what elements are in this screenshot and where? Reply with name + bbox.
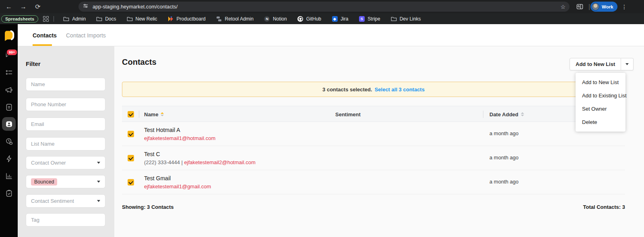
forward-icon[interactable]: → — [19, 0, 28, 13]
table-row[interactable]: Test C (222) 333-4444 | ejfaketestemail2… — [122, 146, 625, 170]
tab-contact-imports[interactable]: Contact Imports — [66, 24, 106, 46]
automations-icon[interactable] — [5, 155, 13, 163]
contacts-icon-active[interactable] — [2, 117, 16, 131]
filter-name-input[interactable] — [26, 78, 105, 91]
date-added: a month ago — [489, 155, 518, 161]
bookmark-notion[interactable]: N Notion — [259, 13, 292, 24]
contact-detail: ejfaketestemail1@gmail.com — [144, 183, 211, 190]
scheduled-icon[interactable] — [5, 137, 13, 146]
app-sidebar: 99+ — [0, 24, 18, 237]
active-tab-underline — [33, 44, 52, 46]
column-name[interactable]: Name — [144, 106, 164, 122]
bookmark-retool-admin[interactable]: Retool Admin — [211, 13, 259, 24]
contact-name[interactable]: Test Gmail — [144, 175, 171, 181]
select-all-link[interactable]: Select all 3 contacts — [375, 87, 425, 93]
profile-button[interactable]: Work — [590, 2, 617, 12]
filter-phone-input[interactable] — [26, 98, 105, 111]
filter-sentiment-select[interactable]: Contact Sentiment — [26, 194, 105, 208]
templates-icon[interactable] — [5, 103, 13, 111]
browser-toolbar: ← → ⟳ app-staging.heymarket.com/contacts… — [0, 0, 644, 13]
unread-badge: 99+ — [6, 49, 18, 56]
bookmark-new-relic[interactable]: New Relic — [122, 13, 163, 24]
retool-icon — [216, 16, 222, 22]
filter-status-select[interactable]: Bounced — [26, 175, 105, 188]
avatar — [592, 3, 599, 10]
filter-owner-select[interactable]: Contact Owner — [26, 156, 105, 169]
contact-detail: (222) 333-4444 | ejfaketestemail2@hotmai… — [144, 159, 256, 165]
showing-count: Showing: 3 Contacts — [122, 204, 174, 210]
bookmark-github[interactable]: GitHub — [292, 13, 326, 24]
bookmark-stripe[interactable]: S Stripe — [353, 13, 385, 24]
campaigns-icon[interactable] — [5, 86, 13, 94]
productboard-icon — [168, 16, 174, 22]
url-text[interactable]: app-staging.heymarket.com/contacts/ — [93, 4, 178, 10]
folder-icon — [96, 16, 102, 22]
browser-menu-icon[interactable]: ⋮ — [621, 0, 627, 13]
tab-group-spreadsheets[interactable]: Spreadsheets — [1, 15, 38, 23]
menu-item-add-to-existing-list[interactable]: Add to Existing List — [576, 89, 625, 102]
site-settings-icon[interactable] — [83, 3, 89, 10]
menu-item-delete[interactable]: Delete — [576, 115, 625, 129]
contact-email[interactable]: ejfaketestemail1@gmail.com — [144, 183, 211, 190]
bookmark-jira[interactable]: ◆ Jira — [326, 13, 353, 24]
filter-tag-input[interactable] — [26, 213, 105, 227]
tab-contacts[interactable]: Contacts — [33, 24, 57, 46]
contact-detail: ejfaketestemail1@hotmail.com — [144, 135, 215, 141]
column-date-added[interactable]: Date Added — [489, 106, 524, 122]
bookmark-docs[interactable]: Docs — [91, 13, 121, 24]
bookmark-star-icon[interactable]: ☆ — [560, 4, 566, 10]
chevron-down-icon — [97, 200, 100, 202]
bookmark-dev-links[interactable]: Dev Links — [386, 13, 426, 24]
app-header: Contacts Contact Imports — [18, 24, 644, 46]
menu-item-set-owner[interactable]: Set Owner — [576, 102, 625, 115]
reports-icon[interactable] — [5, 172, 13, 180]
url-bar[interactable]: app-staging.heymarket.com/contacts/ ☆ — [78, 2, 570, 12]
github-icon — [297, 16, 303, 22]
filter-panel: Filter Contact Owner Bounced Contact Sen… — [18, 46, 114, 237]
date-added: a month ago — [489, 179, 518, 185]
notion-icon: N — [264, 16, 270, 22]
menu-item-add-to-new-list[interactable]: Add to New List — [576, 76, 625, 89]
bookmark-admin[interactable]: Admin — [58, 13, 91, 24]
header-divider — [139, 111, 139, 118]
filter-list-input[interactable] — [26, 137, 105, 150]
contact-email[interactable]: ejfaketestemail2@hotmail.com — [184, 159, 256, 165]
total-count: Total Contacts: 3 — [583, 204, 625, 210]
main-content: Contacts Add to New List 3 contacts sele… — [114, 46, 644, 237]
add-to-list-dropdown-toggle[interactable] — [621, 58, 634, 70]
bookmark-productboard[interactable]: Productboard — [163, 13, 211, 24]
contact-email[interactable]: ejfaketestemail1@hotmail.com — [144, 135, 215, 141]
selection-banner: 3 contacts selected. Select all 3 contac… — [122, 82, 625, 97]
contacts-table: Name Sentiment Date Added Test Hotmail A… — [122, 106, 625, 194]
row-checkbox[interactable] — [128, 179, 134, 185]
add-to-new-list-button[interactable]: Add to New List — [570, 58, 621, 70]
chevron-down-icon — [625, 63, 629, 65]
lists-icon[interactable] — [5, 68, 13, 77]
bookmarks-divider — [54, 16, 54, 22]
folder-icon — [391, 16, 397, 22]
sort-date-icon[interactable] — [521, 112, 524, 116]
sort-name-icon[interactable] — [161, 112, 164, 116]
contact-name[interactable]: Test Hotmail A — [144, 127, 180, 133]
page-title: Contacts — [122, 58, 157, 67]
add-to-list-menu: Add to New List Add to Existing List Set… — [576, 73, 625, 132]
heymarket-logo[interactable] — [3, 29, 15, 41]
tasks-icon[interactable] — [5, 189, 13, 198]
table-row[interactable]: Test Hotmail A ejfaketestemail1@hotmail.… — [122, 122, 625, 146]
back-icon[interactable]: ← — [4, 0, 14, 13]
filter-email-input[interactable] — [26, 117, 105, 131]
side-panel-icon[interactable] — [575, 0, 584, 13]
filter-title: Filter — [26, 60, 41, 67]
bookmarks-bar: Spreadsheets Admin Docs New Relic Produc… — [0, 13, 644, 24]
profile-label: Work — [602, 4, 613, 9]
folder-icon — [63, 16, 69, 22]
apps-grid-icon[interactable] — [43, 16, 49, 22]
table-row[interactable]: Test Gmail ejfaketestemail1@gmail.com a … — [122, 170, 625, 194]
select-all-checkbox[interactable] — [128, 111, 134, 117]
date-added: a month ago — [489, 130, 518, 136]
contact-name[interactable]: Test C — [144, 151, 160, 157]
row-checkbox[interactable] — [128, 131, 134, 137]
bounced-tag[interactable]: Bounced — [31, 178, 57, 185]
row-checkbox[interactable] — [128, 155, 134, 161]
reload-icon[interactable]: ⟳ — [33, 0, 43, 13]
